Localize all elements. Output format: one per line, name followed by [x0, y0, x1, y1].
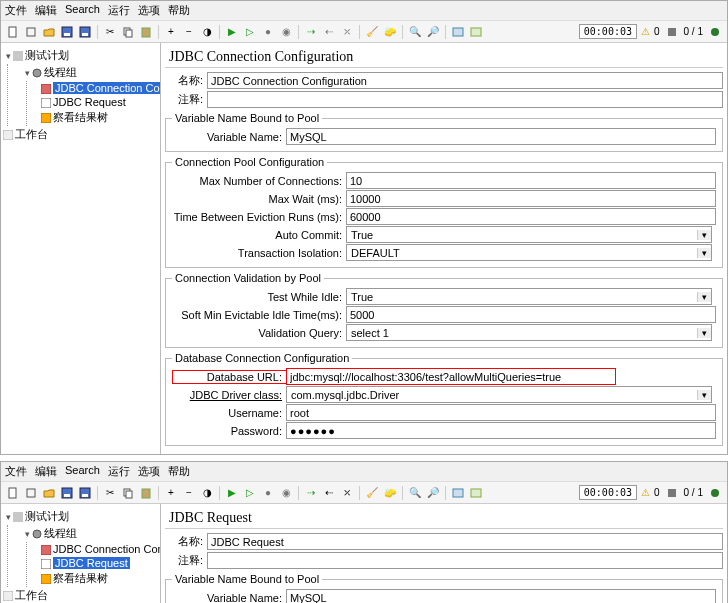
clear-icon[interactable]: 🧹	[364, 24, 380, 40]
function-helper-icon[interactable]	[450, 24, 466, 40]
start-no-pause-icon[interactable]: ▷	[242, 24, 258, 40]
function-helper-icon[interactable]	[450, 485, 466, 501]
shutdown-icon[interactable]: ◉	[278, 485, 294, 501]
menu-edit[interactable]: 编辑	[35, 464, 57, 479]
cut-icon[interactable]: ✂	[102, 24, 118, 40]
remote-shutdown-icon[interactable]: ⤫	[339, 485, 355, 501]
start-no-pause-icon[interactable]: ▷	[242, 485, 258, 501]
input-soft-evict[interactable]	[346, 306, 716, 323]
expand-icon[interactable]: +	[163, 24, 179, 40]
stop-icon[interactable]: ●	[260, 485, 276, 501]
warning-icon[interactable]: ⚠	[641, 26, 650, 37]
warning-icon[interactable]: ⚠	[641, 487, 650, 498]
menu-help[interactable]: 帮助	[168, 3, 190, 18]
toggle-icon[interactable]: ◑	[199, 485, 215, 501]
chevron-down-icon[interactable]: ▾	[697, 248, 711, 258]
select-tx-iso[interactable]: DEFAULT▾	[346, 244, 712, 261]
input-var-name[interactable]	[286, 128, 716, 145]
menu-file[interactable]: 文件	[5, 3, 27, 18]
search-tree-icon[interactable]: 🔍	[407, 485, 423, 501]
shutdown-icon[interactable]: ◉	[278, 24, 294, 40]
paste-icon[interactable]	[138, 485, 154, 501]
save-as-icon[interactable]	[77, 24, 93, 40]
save-icon[interactable]	[59, 485, 75, 501]
input-evict[interactable]	[346, 208, 716, 225]
new-icon[interactable]	[5, 24, 21, 40]
menu-file[interactable]: 文件	[5, 464, 27, 479]
errors-icon[interactable]	[664, 24, 680, 40]
clear-all-icon[interactable]: 🧽	[382, 485, 398, 501]
search-tree-icon[interactable]: 🔍	[407, 24, 423, 40]
tree-toggle[interactable]: ▾	[22, 529, 32, 539]
remote-start-icon[interactable]: ⇢	[303, 24, 319, 40]
start-icon[interactable]: ▶	[224, 24, 240, 40]
input-db-url[interactable]	[286, 368, 616, 385]
tree-toggle[interactable]: ▾	[3, 512, 13, 522]
input-name[interactable]	[207, 533, 723, 550]
input-password[interactable]	[286, 422, 716, 439]
collapse-icon[interactable]: −	[181, 24, 197, 40]
input-max-conn[interactable]	[346, 172, 716, 189]
start-icon[interactable]: ▶	[224, 485, 240, 501]
input-username[interactable]	[286, 404, 716, 421]
toggle-icon[interactable]: ◑	[199, 24, 215, 40]
tree-workbench[interactable]: 工作台	[15, 128, 48, 140]
chevron-down-icon[interactable]: ▾	[697, 390, 711, 400]
templates-icon[interactable]	[23, 485, 39, 501]
expand-icon[interactable]: +	[163, 485, 179, 501]
stop-icon[interactable]: ●	[260, 24, 276, 40]
tree-root[interactable]: 测试计划	[25, 510, 69, 522]
tree-toggle[interactable]: ▾	[22, 68, 32, 78]
copy-icon[interactable]	[120, 24, 136, 40]
tree-jdbc-conn-selected[interactable]: JDBC Connection Configurat	[53, 82, 161, 94]
menu-search[interactable]: Search	[65, 464, 100, 479]
input-comment[interactable]	[207, 91, 723, 108]
tree-workbench[interactable]: 工作台	[15, 589, 48, 601]
tree-pane[interactable]: ▾测试计划 ▾线程组 JDBC Connection Configurat JD…	[1, 43, 161, 454]
select-auto-commit[interactable]: True▾	[346, 226, 712, 243]
help-icon[interactable]	[468, 24, 484, 40]
chevron-down-icon[interactable]: ▾	[697, 328, 711, 338]
menu-help[interactable]: 帮助	[168, 464, 190, 479]
tree-view-results[interactable]: 察看结果树	[53, 111, 108, 123]
tree-view-results[interactable]: 察看结果树	[53, 572, 108, 584]
menu-run[interactable]: 运行	[108, 3, 130, 18]
tree-jdbc-req[interactable]: JDBC Request	[53, 96, 126, 108]
reset-search-icon[interactable]: 🔎	[425, 485, 441, 501]
select-valid-query[interactable]: select 1▾	[346, 324, 712, 341]
errors-icon[interactable]	[664, 485, 680, 501]
input-max-wait[interactable]	[346, 190, 716, 207]
select-driver[interactable]: com.mysql.jdbc.Driver▾	[286, 386, 712, 403]
input-var-name[interactable]	[286, 589, 716, 603]
menu-edit[interactable]: 编辑	[35, 3, 57, 18]
save-as-icon[interactable]	[77, 485, 93, 501]
open-icon[interactable]	[41, 485, 57, 501]
menu-run[interactable]: 运行	[108, 464, 130, 479]
help-icon[interactable]	[468, 485, 484, 501]
remote-shutdown-icon[interactable]: ⤫	[339, 24, 355, 40]
chevron-down-icon[interactable]: ▾	[697, 230, 711, 240]
menu-search[interactable]: Search	[65, 3, 100, 18]
remote-stop-icon[interactable]: ⇠	[321, 24, 337, 40]
paste-icon[interactable]	[138, 24, 154, 40]
tree-pane[interactable]: ▾测试计划 ▾线程组 JDBC Connection Configurat JD…	[1, 504, 161, 603]
remote-stop-icon[interactable]: ⇠	[321, 485, 337, 501]
tree-toggle[interactable]: ▾	[3, 51, 13, 61]
chevron-down-icon[interactable]: ▾	[697, 292, 711, 302]
input-name[interactable]	[207, 72, 723, 89]
save-icon[interactable]	[59, 24, 75, 40]
menu-options[interactable]: 选项	[138, 464, 160, 479]
tree-threadgroup[interactable]: 线程组	[44, 66, 77, 78]
tree-jdbc-conn[interactable]: JDBC Connection Configurat	[53, 543, 161, 555]
input-comment[interactable]	[207, 552, 723, 569]
cut-icon[interactable]: ✂	[102, 485, 118, 501]
clear-icon[interactable]: 🧹	[364, 485, 380, 501]
new-icon[interactable]	[5, 485, 21, 501]
menu-options[interactable]: 选项	[138, 3, 160, 18]
copy-icon[interactable]	[120, 485, 136, 501]
open-icon[interactable]	[41, 24, 57, 40]
templates-icon[interactable]	[23, 24, 39, 40]
collapse-icon[interactable]: −	[181, 485, 197, 501]
remote-start-icon[interactable]: ⇢	[303, 485, 319, 501]
tree-jdbc-req-selected[interactable]: JDBC Request	[53, 557, 130, 569]
